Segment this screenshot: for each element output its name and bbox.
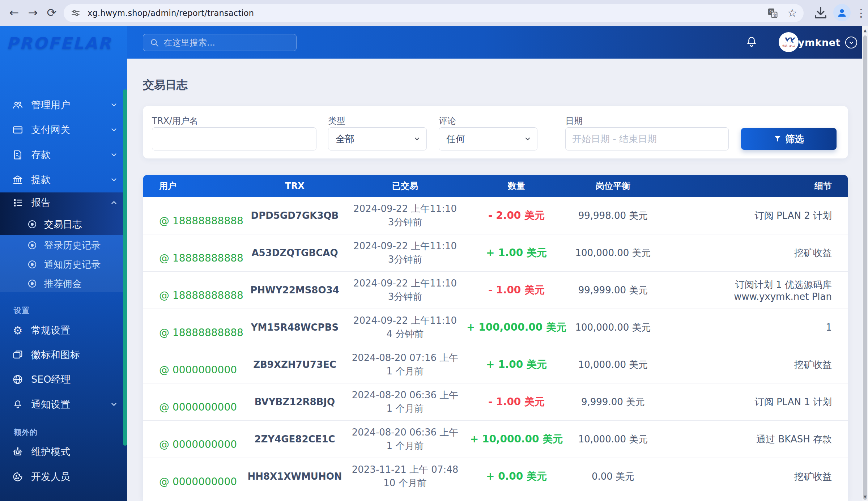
chevron-down-icon bbox=[413, 135, 421, 143]
global-search[interactable] bbox=[143, 34, 297, 51]
chevron-up-icon bbox=[110, 199, 118, 207]
amount-value: + 100,000.00 美元 bbox=[467, 321, 566, 333]
sidebar-item-notification-settings[interactable]: 通知设置 bbox=[0, 392, 127, 417]
sidebar-item-withdrawals[interactable]: 提款 bbox=[0, 167, 127, 192]
sidebar-scrollbar[interactable] bbox=[123, 89, 127, 446]
sidebar-item-label: 管理用户 bbox=[31, 98, 70, 111]
column-header-balance: 岗位平衡 bbox=[568, 180, 658, 192]
sidebar-item-payment-gateway[interactable]: 支付网关 bbox=[0, 118, 127, 142]
browser-menu-icon[interactable]: ⋮ bbox=[856, 4, 867, 22]
user-link[interactable]: @ 0000000000 bbox=[159, 401, 237, 413]
table-row: @ 18888888888 PHWY22MS8O34 2024-09-22 上午… bbox=[143, 272, 848, 309]
sidebar-subitem-notification-history[interactable]: 通知历史记录 bbox=[0, 255, 127, 274]
user-link[interactable]: @ 0000000000 bbox=[159, 438, 237, 450]
dot-circle-icon bbox=[28, 241, 36, 249]
notifications-bell-icon[interactable] bbox=[745, 35, 760, 50]
transactions-table: 用户 TRX 已交易 数量 岗位平衡 细节 @ 18888888888 DPD5… bbox=[143, 175, 848, 501]
sidebar: PROFELAR 管理用户 支付网关 $ bbox=[0, 26, 127, 501]
sidebar-item-manage-users[interactable]: 管理用户 bbox=[0, 93, 127, 117]
section-label-settings: 设置 bbox=[14, 305, 30, 315]
user-link[interactable]: @ 18888888888 bbox=[159, 215, 243, 227]
sidebar-subitem-referral-commission[interactable]: 推荐佣金 bbox=[0, 274, 127, 293]
sidebar-item-developers[interactable]: 开发人员 bbox=[0, 464, 127, 489]
trx-code: PHWY22MS8O34 bbox=[250, 285, 339, 296]
dot-circle-icon bbox=[28, 220, 36, 228]
svg-text:$: $ bbox=[18, 155, 21, 160]
detail-text: 订阅计划 1 优选源码库 www.yxymk.net Plan bbox=[734, 279, 832, 302]
post-balance-value: 10,000.00 美元 bbox=[578, 434, 648, 445]
amount-value: + 1.00 美元 bbox=[486, 358, 547, 370]
brand-logo[interactable]: PROFELAR bbox=[7, 34, 122, 52]
amount-value: + 10,000.00 美元 bbox=[470, 433, 563, 445]
date-range-input[interactable] bbox=[565, 127, 729, 150]
sidebar-subitem-label: 交易日志 bbox=[44, 218, 82, 231]
table-row: @ 18888888888 DPD5GD7GK3QB 2024-09-22 上午… bbox=[143, 197, 848, 234]
post-balance-value: 99,999.00 美元 bbox=[578, 285, 648, 296]
sidebar-item-general-settings[interactable]: ⚙ 常规设置 bbox=[0, 318, 127, 343]
sidebar-subitem-login-history[interactable]: 登录历史记录 bbox=[0, 236, 127, 255]
funnel-icon bbox=[774, 135, 782, 143]
sidebar-item-maintenance-mode[interactable]: 维护模式 bbox=[0, 440, 127, 464]
user-link[interactable]: @ 18888888888 bbox=[159, 327, 243, 339]
column-header-trx: TRX bbox=[244, 181, 345, 191]
bank-icon bbox=[12, 174, 23, 185]
browser-reload-icon[interactable]: ⟳ bbox=[43, 4, 61, 22]
detail-text: 订阅 PLAN 2 计划 bbox=[755, 210, 832, 221]
section-label-extra: 额外的 bbox=[14, 427, 38, 437]
browser-profile-avatar[interactable] bbox=[833, 4, 851, 21]
page-scrollbar[interactable]: ▲ ▼ bbox=[862, 26, 868, 501]
scroll-up-icon[interactable]: ▲ bbox=[862, 26, 868, 35]
user-menu-chevron-icon[interactable] bbox=[845, 37, 857, 48]
browser-back-icon[interactable]: ← bbox=[5, 4, 23, 22]
transaction-date: 2024-08-20 06:36 上午 1 个月前 bbox=[345, 389, 465, 415]
sidebar-item-deposits[interactable]: $ 存款 bbox=[0, 143, 127, 167]
trx-username-input[interactable] bbox=[152, 127, 316, 150]
site-settings-icon[interactable] bbox=[71, 8, 80, 18]
post-balance-value: 99,998.00 美元 bbox=[578, 210, 648, 221]
gear-icon: ⚙ bbox=[12, 325, 23, 336]
filter-label-trx: TRX/用户名 bbox=[152, 115, 198, 127]
sidebar-item-label: 维护模式 bbox=[31, 445, 70, 458]
report-list-icon bbox=[12, 197, 23, 208]
scrollbar-thumb[interactable] bbox=[863, 35, 867, 500]
downloads-icon[interactable] bbox=[813, 5, 828, 20]
sidebar-item-seo-manager[interactable]: SEO经理 bbox=[0, 367, 127, 392]
user-link[interactable]: @ 0000000000 bbox=[159, 364, 237, 376]
sidebar-subitem-transaction-log[interactable]: 交易日志 bbox=[0, 213, 127, 235]
user-link[interactable]: @ 18888888888 bbox=[159, 289, 243, 301]
post-balance-value: 9,999.00 美元 bbox=[581, 396, 645, 407]
amount-value: - 2.00 美元 bbox=[488, 209, 545, 221]
column-header-date: 已交易 bbox=[345, 180, 465, 192]
table-row: @ 0000000000 HH8X1XWMUHON 2023-11-21 上午 … bbox=[143, 458, 848, 495]
transaction-date: 2024-08-20 07:16 上午 1 个月前 bbox=[345, 351, 465, 378]
scroll-down-icon[interactable]: ▼ bbox=[862, 492, 868, 501]
sidebar-item-label: 存款 bbox=[31, 148, 51, 161]
address-bar[interactable]: xg.hwym.shop/admin/report/transaction G … bbox=[64, 4, 804, 22]
amount-value: + 1.00 美元 bbox=[486, 247, 547, 259]
comment-select[interactable]: 任何 bbox=[439, 127, 537, 150]
detail-text: 挖矿收益 bbox=[794, 247, 832, 258]
chevron-down-icon bbox=[110, 101, 118, 109]
filter-button[interactable]: 筛选 bbox=[741, 128, 837, 150]
trx-code: A53DZQTGBCAQ bbox=[251, 247, 338, 258]
cookie-icon bbox=[12, 471, 23, 482]
sidebar-item-reports[interactable]: 报告 bbox=[0, 192, 127, 213]
detail-text: 订阅 PLAN 1 计划 bbox=[755, 396, 832, 407]
sidebar-subitem-label: 通知历史记录 bbox=[44, 258, 101, 271]
search-input[interactable] bbox=[163, 38, 286, 48]
bookmark-star-icon[interactable]: ☆ bbox=[787, 8, 797, 18]
robot-icon bbox=[12, 446, 23, 457]
dot-circle-icon bbox=[28, 260, 36, 268]
username-label[interactable]: yxymknet bbox=[785, 26, 841, 59]
chevron-down-icon bbox=[110, 400, 118, 408]
user-link[interactable]: @ 0000000000 bbox=[159, 476, 237, 488]
trx-code: 2ZY4GE82CE1C bbox=[254, 434, 335, 445]
table-row: @ 0000000000 ZB9XZH7U73EC 2024-08-20 07:… bbox=[143, 346, 848, 383]
browser-forward-icon[interactable]: → bbox=[24, 4, 42, 22]
sidebar-item-label: 徽标和图标 bbox=[31, 348, 80, 361]
filter-button-label: 筛选 bbox=[785, 133, 804, 145]
user-link[interactable]: @ 18888888888 bbox=[159, 252, 243, 264]
type-select[interactable]: 全部 bbox=[328, 127, 427, 150]
sidebar-item-logo-icons[interactable]: 徽标和图标 bbox=[0, 343, 127, 367]
translate-icon[interactable]: G 文 bbox=[767, 8, 778, 18]
